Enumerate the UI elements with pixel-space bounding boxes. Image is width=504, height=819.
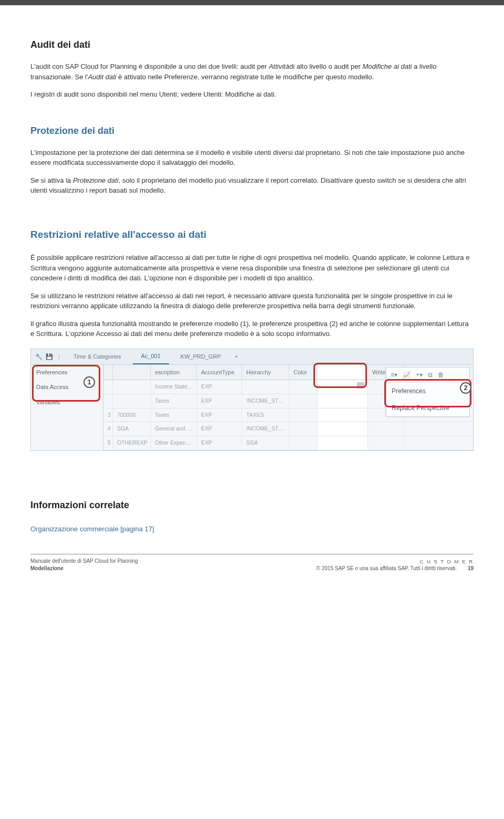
marker-2: 2 bbox=[460, 382, 471, 394]
save-icon[interactable]: 💾 bbox=[46, 352, 53, 361]
cell: EXP bbox=[197, 394, 242, 408]
highlight-box-2 bbox=[384, 379, 471, 407]
highlight-box-read bbox=[313, 363, 367, 388]
cell: EXP bbox=[197, 422, 242, 436]
col-num bbox=[103, 365, 113, 380]
cell bbox=[368, 422, 405, 436]
footer-page-number: 19 bbox=[468, 565, 474, 571]
cell bbox=[318, 422, 368, 436]
tab-time-categories[interactable]: Time & Categories bbox=[65, 349, 130, 364]
heading-info-correlate: Informazioni correlate bbox=[30, 498, 474, 512]
cell: SGA bbox=[242, 436, 289, 450]
text: di alto livello o audit per bbox=[289, 62, 362, 70]
italic-auditdati: Audit dati bbox=[88, 73, 116, 81]
cell bbox=[289, 408, 318, 422]
cell: EXP bbox=[197, 436, 242, 450]
cell bbox=[113, 394, 151, 408]
cell: Other Expen… bbox=[151, 436, 197, 450]
right-menu: ≡▾ 📈 +▾ ⧉ 🗑 Preferences Replace Perspect… bbox=[386, 367, 470, 417]
marker-1: 1 bbox=[83, 376, 95, 388]
footer-section: Modellazione bbox=[30, 565, 138, 572]
data-grid: escription AccountType Hierarchy Color R… bbox=[103, 365, 473, 450]
cell: General and … bbox=[151, 422, 197, 436]
para-audit-2: I registri di audit sono disponibili nel… bbox=[30, 89, 474, 100]
col-hierarchy[interactable]: Hierarchy bbox=[242, 365, 289, 380]
footer-copyright: © 2015 SAP SE o una sua affiliata SAP. T… bbox=[317, 565, 457, 571]
cell bbox=[368, 436, 405, 450]
table-row[interactable]: 5 OTHEREXP Other Expen… EXP SGA bbox=[103, 436, 473, 450]
cell bbox=[318, 394, 368, 408]
cell: 5 bbox=[103, 436, 113, 450]
table-row[interactable]: 4 SGA General and … EXP INCOME_ST… bbox=[103, 422, 473, 436]
footer-left: Manuale dell'utente di SAP Cloud for Pla… bbox=[30, 558, 138, 572]
para-restr-1: È possibile applicare restrizioni relati… bbox=[30, 253, 474, 284]
cell bbox=[289, 436, 318, 450]
tab-kw-prd-grp[interactable]: KW_PRD_GRP bbox=[172, 349, 229, 364]
para-restr-3: Il grafico illustra questa funzionalità … bbox=[30, 319, 474, 339]
cell bbox=[242, 380, 289, 394]
para-prot-2: Se si attiva la Protezione dati, solo il… bbox=[30, 175, 474, 196]
cell: SGA bbox=[113, 422, 151, 436]
footer-copyright-line: © 2015 SAP SE o una sua affiliata SAP. T… bbox=[317, 565, 474, 572]
text: L'audit con SAP Cloud for Planning è dis… bbox=[30, 62, 269, 70]
cell: TAXES bbox=[242, 408, 289, 422]
separator: | bbox=[58, 352, 60, 361]
cell bbox=[289, 394, 318, 408]
heading-protezione: Protezione dei dati bbox=[30, 124, 474, 138]
italic-protezione: Protezione dati bbox=[73, 176, 119, 184]
cell bbox=[103, 394, 113, 408]
cell: 4 bbox=[103, 422, 113, 436]
italic-activity: Attività bbox=[269, 62, 289, 70]
cell: INCOME_ST… bbox=[242, 394, 289, 408]
link-organizzazione[interactable]: Organizzazione commerciale [pagina 17] bbox=[30, 525, 154, 533]
text: Se si attiva la bbox=[30, 176, 73, 184]
heading-audit: Audit dei dati bbox=[30, 38, 474, 52]
copy-icon[interactable]: ⧉ bbox=[428, 370, 433, 380]
chart-icon[interactable]: 📈 bbox=[403, 370, 411, 380]
left-menu: Preferences Data Access Variables 1 bbox=[31, 365, 103, 450]
tab-ac001[interactable]: Ac_001 bbox=[133, 349, 169, 364]
cell: 700000 bbox=[113, 408, 151, 422]
embedded-screenshot: 🔧 💾 | Time & Categories Ac_001 KW_PRD_GR… bbox=[30, 349, 474, 451]
cell: Taxes bbox=[151, 394, 197, 408]
cell: Taxes bbox=[151, 408, 197, 422]
trash-icon[interactable]: 🗑 bbox=[438, 370, 444, 380]
heading-restrizioni: Restrizioni relative all'accesso ai dati bbox=[30, 227, 474, 243]
add-tab-icon[interactable]: + bbox=[235, 352, 238, 361]
para-prot-1: L'impostazione per la protezione dei dat… bbox=[30, 148, 474, 168]
plus-icon[interactable]: +▾ bbox=[416, 370, 423, 380]
footer-doc-title: Manuale dell'utente di SAP Cloud for Pla… bbox=[30, 558, 138, 565]
cell bbox=[289, 422, 318, 436]
footer-right: C U S T O M E R © 2015 SAP SE o una sua … bbox=[317, 558, 474, 572]
page-footer: Manuale dell'utente di SAP Cloud for Pla… bbox=[30, 554, 474, 572]
top-dark-bar bbox=[0, 0, 504, 5]
page-content: Audit dei dati L'audit con SAP Cloud for… bbox=[0, 5, 504, 578]
cell bbox=[318, 408, 368, 422]
col-description[interactable]: escription bbox=[151, 365, 197, 380]
cell: OTHEREXP bbox=[113, 436, 151, 450]
col-accounttype[interactable]: AccountType bbox=[197, 365, 242, 380]
cell: INCOME_ST… bbox=[242, 422, 289, 436]
cell: Income State… bbox=[151, 380, 197, 394]
cell: 3 bbox=[103, 408, 113, 422]
wrench-icon[interactable]: 🔧 bbox=[35, 352, 43, 361]
screenshot-tabbar: 🔧 💾 | Time & Categories Ac_001 KW_PRD_GR… bbox=[31, 349, 473, 365]
cell bbox=[113, 380, 151, 394]
col-id bbox=[113, 365, 151, 380]
cell: EXP bbox=[197, 408, 242, 422]
para-restr-2: Se si utilizzano le restrizioni relative… bbox=[30, 291, 474, 311]
footer-customer: C U S T O M E R bbox=[317, 558, 474, 565]
italic-modifiche: Modifiche ai dati bbox=[362, 62, 412, 70]
list-icon[interactable]: ≡▾ bbox=[391, 370, 397, 380]
screenshot-body: Preferences Data Access Variables 1 escr… bbox=[31, 365, 473, 450]
cell bbox=[318, 436, 368, 450]
para-audit-1: L'audit con SAP Cloud for Planning è dis… bbox=[30, 61, 474, 82]
text: è attivato nelle Preferenze, verranno re… bbox=[117, 73, 374, 81]
cell bbox=[103, 380, 113, 394]
cell: EXP bbox=[197, 380, 242, 394]
